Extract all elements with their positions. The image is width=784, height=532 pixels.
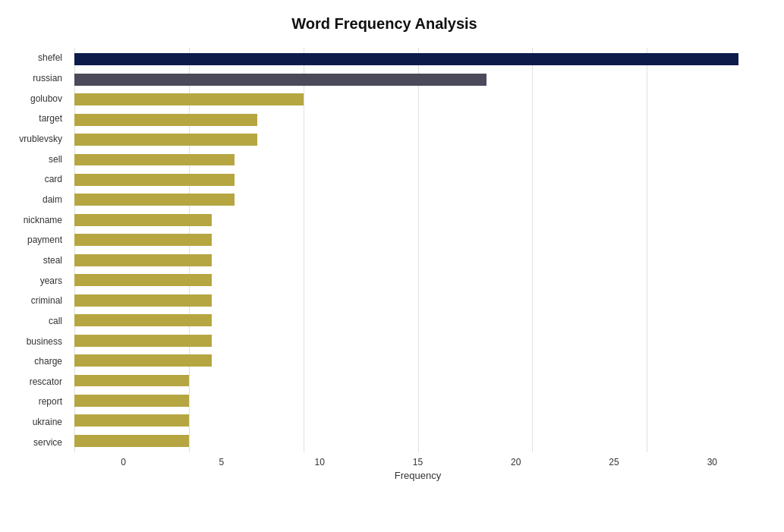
bar-row-business bbox=[74, 330, 761, 350]
bar-daim bbox=[74, 194, 235, 206]
bar-shefel bbox=[74, 53, 738, 65]
x-label-25: 25 bbox=[565, 457, 663, 467]
y-label-nickname: nickname bbox=[8, 209, 68, 230]
y-label-russian: russian bbox=[8, 68, 68, 89]
bar-rescator bbox=[74, 375, 189, 387]
bar-report bbox=[74, 395, 189, 407]
y-label-business: business bbox=[8, 331, 68, 351]
bar-row-sell bbox=[74, 150, 761, 169]
bar-row-card bbox=[74, 170, 761, 190]
bar-row-daim bbox=[74, 190, 761, 209]
bar-golubov bbox=[74, 93, 304, 105]
bar-nickname bbox=[74, 214, 212, 226]
bar-criminal bbox=[74, 294, 212, 307]
y-label-daim: daim bbox=[8, 190, 68, 210]
bar-row-nickname bbox=[74, 210, 761, 230]
chart-title: Word Frequency Analysis bbox=[8, 15, 761, 33]
y-label-sell: sell bbox=[8, 149, 68, 169]
bar-row-steal bbox=[74, 250, 761, 270]
y-label-charge: charge bbox=[8, 351, 68, 372]
y-label-golubov: golubov bbox=[8, 88, 68, 109]
x-label-5: 5 bbox=[172, 457, 270, 467]
bar-row-russian bbox=[74, 69, 761, 89]
bar-sell bbox=[74, 154, 235, 166]
bar-payment bbox=[74, 234, 212, 246]
y-label-payment: payment bbox=[8, 230, 68, 250]
bar-russian bbox=[74, 74, 486, 86]
bar-service bbox=[74, 435, 189, 447]
y-label-service: service bbox=[8, 432, 68, 452]
x-axis-title: Frequency bbox=[74, 470, 761, 481]
bar-row-ukraine bbox=[74, 411, 761, 430]
x-label-10: 10 bbox=[271, 457, 369, 467]
y-axis-labels: shefelrussiangolubovtargetvrublevskysell… bbox=[8, 48, 74, 452]
y-label-call: call bbox=[8, 311, 68, 332]
bar-row-shefel bbox=[74, 49, 761, 69]
bar-call bbox=[74, 314, 212, 326]
y-label-report: report bbox=[8, 392, 68, 412]
bar-row-vrublevsky bbox=[74, 130, 761, 150]
bar-charge bbox=[74, 354, 212, 367]
bar-row-payment bbox=[74, 230, 761, 250]
bar-row-service bbox=[74, 431, 761, 451]
bar-vrublevsky bbox=[74, 134, 257, 146]
y-label-shefel: shefel bbox=[8, 48, 68, 68]
bar-row-target bbox=[74, 109, 761, 129]
y-label-ukraine: ukraine bbox=[8, 412, 68, 433]
x-axis-labels: 051015202530 bbox=[74, 452, 761, 467]
bar-row-golubov bbox=[74, 90, 761, 109]
x-label-20: 20 bbox=[467, 457, 565, 467]
bar-steal bbox=[74, 254, 212, 266]
y-label-steal: steal bbox=[8, 250, 68, 271]
bar-row-charge bbox=[74, 351, 761, 370]
chart-container: Word Frequency Analysis shefelrussiangol… bbox=[0, 0, 784, 532]
bar-ukraine bbox=[74, 414, 189, 427]
bar-row-criminal bbox=[74, 290, 761, 310]
bar-target bbox=[74, 114, 257, 126]
y-label-card: card bbox=[8, 169, 68, 190]
bar-row-call bbox=[74, 310, 761, 330]
y-label-rescator: rescator bbox=[8, 372, 68, 392]
bar-row-rescator bbox=[74, 370, 761, 390]
x-label-30: 30 bbox=[663, 457, 761, 467]
bars-and-grid bbox=[74, 48, 761, 452]
x-label-15: 15 bbox=[369, 457, 467, 467]
bar-row-years bbox=[74, 270, 761, 290]
y-label-target: target bbox=[8, 109, 68, 129]
y-label-vrublevsky: vrublevsky bbox=[8, 129, 68, 150]
bar-years bbox=[74, 274, 212, 286]
bar-row-report bbox=[74, 391, 761, 411]
x-label-0: 0 bbox=[74, 457, 172, 467]
bar-business bbox=[74, 335, 212, 347]
y-label-criminal: criminal bbox=[8, 291, 68, 311]
bar-card bbox=[74, 174, 235, 186]
y-label-years: years bbox=[8, 270, 68, 291]
